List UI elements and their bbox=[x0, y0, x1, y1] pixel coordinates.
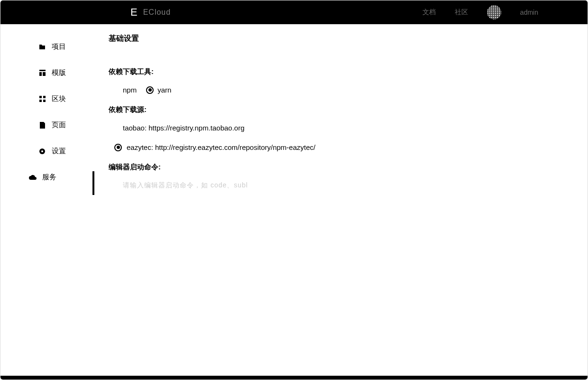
logo-text: ECloud bbox=[143, 8, 171, 17]
header-username[interactable]: admin bbox=[520, 9, 538, 16]
svg-rect-3 bbox=[39, 96, 42, 98]
sidebar-item-block[interactable]: 区块 bbox=[0, 86, 95, 112]
tool-label: 依赖下载工具: bbox=[109, 67, 588, 76]
sidebar-item-label: 项目 bbox=[52, 42, 66, 51]
template-icon bbox=[38, 69, 46, 77]
svg-rect-2 bbox=[43, 72, 46, 76]
sidebar-item-label: 页面 bbox=[52, 120, 66, 130]
radio-npm[interactable]: npm bbox=[123, 86, 137, 94]
header-link-community[interactable]: 社区 bbox=[455, 8, 468, 17]
sidebar-item-label: 设置 bbox=[52, 147, 66, 156]
radio-icon bbox=[114, 144, 122, 151]
sidebar-item-page[interactable]: 页面 bbox=[0, 112, 95, 138]
sidebar-item-template[interactable]: 模版 bbox=[0, 60, 95, 86]
tool-radio-row: npm yarn bbox=[109, 86, 588, 94]
logo-icon: E bbox=[130, 6, 138, 19]
svg-rect-1 bbox=[39, 72, 42, 76]
page-icon bbox=[38, 121, 46, 129]
radio-label: yarn bbox=[157, 86, 171, 94]
app-window: E ECloud 文档 社区 admin 项目 模版 bbox=[0, 0, 588, 380]
avatar-icon[interactable] bbox=[487, 5, 501, 19]
editor-command-input[interactable]: 请输入编辑器启动命令，如 code、subl bbox=[109, 181, 588, 190]
svg-rect-5 bbox=[39, 100, 42, 102]
sidebar-item-project[interactable]: 项目 bbox=[0, 34, 95, 60]
body: 项目 模版 区块 页面 bbox=[0, 24, 588, 376]
svg-rect-0 bbox=[39, 70, 46, 71]
sidebar-item-label: 服务 bbox=[42, 173, 56, 182]
header-link-docs[interactable]: 文档 bbox=[423, 8, 436, 17]
sidebar-item-service[interactable]: 服务 bbox=[0, 164, 95, 190]
registry-text: taobao: https://registry.npm.taobao.org bbox=[123, 124, 245, 132]
bottom-strip bbox=[0, 376, 588, 380]
header: E ECloud 文档 社区 admin bbox=[0, 0, 588, 24]
main-content: 基础设置 依赖下载工具: npm yarn 依赖下载源: taobao: htt… bbox=[95, 24, 588, 376]
gear-icon bbox=[38, 148, 46, 155]
svg-rect-6 bbox=[43, 100, 46, 102]
radio-label: npm bbox=[123, 86, 137, 94]
folder-icon bbox=[38, 43, 46, 51]
sidebar-item-label: 模版 bbox=[52, 68, 66, 77]
radio-icon bbox=[146, 86, 154, 94]
registry-label: 依赖下载源: bbox=[109, 105, 588, 114]
sidebar: 项目 模版 区块 页面 bbox=[0, 24, 95, 376]
registry-option-eazytec[interactable]: eazytec: http://registry.eazytec.com/rep… bbox=[109, 143, 588, 151]
active-indicator bbox=[92, 171, 94, 195]
registry-text: eazytec: http://registry.eazytec.com/rep… bbox=[127, 143, 315, 151]
sidebar-item-settings[interactable]: 设置 bbox=[0, 138, 95, 164]
page-title: 基础设置 bbox=[109, 34, 588, 44]
block-icon bbox=[38, 95, 46, 103]
radio-yarn[interactable]: yarn bbox=[146, 86, 171, 94]
svg-point-8 bbox=[41, 150, 43, 152]
svg-rect-4 bbox=[43, 96, 46, 98]
cloud-icon bbox=[29, 174, 37, 181]
editor-label: 编辑器启动命令: bbox=[109, 163, 588, 172]
header-right: 文档 社区 admin bbox=[423, 5, 538, 19]
header-left: E ECloud bbox=[130, 6, 171, 19]
sidebar-item-label: 区块 bbox=[52, 94, 66, 103]
registry-option-taobao[interactable]: taobao: https://registry.npm.taobao.org bbox=[109, 124, 588, 132]
